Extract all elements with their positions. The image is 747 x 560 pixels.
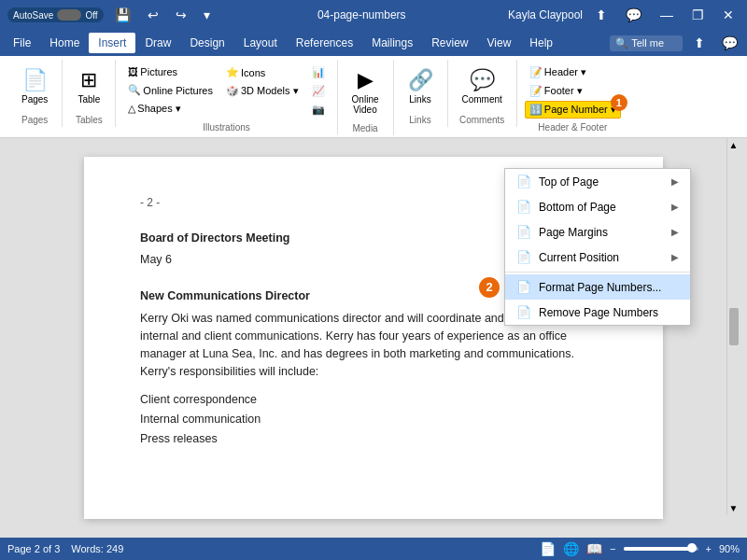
zoom-slider-fill <box>624 547 691 551</box>
ribbon-group-pages: 📄 Pages Pages <box>7 60 63 127</box>
menu-insert[interactable]: Insert <box>89 33 135 53</box>
header-button[interactable]: 📝 Header ▾ <box>525 63 621 81</box>
top-of-page-icon: 📄 <box>516 175 531 189</box>
web-layout-button[interactable]: 🌐 <box>563 541 579 556</box>
share-button[interactable]: ⬆ <box>590 7 613 23</box>
menu-home[interactable]: Home <box>40 33 89 53</box>
pictures-button[interactable]: 🖼 Pictures <box>123 63 218 80</box>
media-group-label: Media <box>352 123 377 135</box>
word-count: Words: 249 <box>71 543 123 554</box>
zoom-slider-thumb[interactable] <box>687 543 697 553</box>
scroll-thumb[interactable] <box>729 308 739 345</box>
menu-layout[interactable]: Layout <box>234 33 287 53</box>
ribbon-group-header-footer: 📝 Header ▾ 📝 Footer ▾ 🔢 Page Number ▾ 1 … <box>517 60 628 134</box>
autosave-state: Off <box>85 10 97 21</box>
minimize-button[interactable]: — <box>655 7 679 23</box>
dropdown-page-margins[interactable]: 📄 Page Margins ▶ <box>505 219 690 245</box>
read-mode-button[interactable]: 📖 <box>586 541 602 556</box>
zoom-plus-button[interactable]: + <box>706 543 712 554</box>
top-of-page-label: Top of Page <box>539 175 599 189</box>
redo-button[interactable]: ↪ <box>170 7 192 23</box>
zoom-minus-button[interactable]: − <box>610 543 615 554</box>
ribbon-share-button[interactable]: ⬆ <box>688 35 711 51</box>
pages-group-label: Pages <box>21 115 48 127</box>
pages-icon: 📄 <box>22 68 48 92</box>
online-pictures-icon: 🔍 <box>128 84 141 96</box>
tables-group-label: Tables <box>76 115 103 127</box>
table-label: Table <box>78 94 100 105</box>
shapes-button[interactable]: △ Shapes ▾ <box>123 100 218 118</box>
doc-list-item-3: Press releases <box>140 430 607 448</box>
print-layout-button[interactable]: 📄 <box>540 541 556 556</box>
format-page-numbers-label: Format Page Numbers... <box>539 281 661 294</box>
comment-button[interactable]: 💬 <box>620 7 647 23</box>
bottom-of-page-label: Bottom of Page <box>539 201 616 214</box>
dropdown-remove-page-numbers[interactable]: 📄 Remove Page Numbers <box>505 300 690 325</box>
menu-bar: File Home Insert Draw Design Layout Refe… <box>0 30 747 56</box>
dropdown-top-of-page[interactable]: 📄 Top of Page ▶ <box>505 169 690 194</box>
online-video-label: OnlineVideo <box>352 94 379 115</box>
table-button[interactable]: ⊞ Table <box>70 63 107 109</box>
title-bar-left: AutoSave Off 💾 ↩ ↪ ▾ <box>7 7 216 23</box>
dropdown-format-page-numbers[interactable]: 📄 Format Page Numbers... 2 <box>505 274 690 300</box>
zoom-slider[interactable] <box>624 547 698 551</box>
menu-help[interactable]: Help <box>520 33 562 53</box>
status-right: 📄 🌐 📖 − + 90% <box>540 541 740 556</box>
menu-mailings[interactable]: Mailings <box>362 33 422 53</box>
menu-draw[interactable]: Draw <box>135 33 180 53</box>
scroll-up-arrow[interactable]: ▲ <box>729 140 739 150</box>
badge-2: 2 <box>479 277 500 298</box>
screenshot-button[interactable]: 📷 <box>307 101 330 119</box>
footer-button[interactable]: 📝 Footer ▾ <box>525 82 621 100</box>
page-number-button[interactable]: 🔢 Page Number ▾ 1 <box>525 101 621 119</box>
page-margins-arrow: ▶ <box>671 227 679 237</box>
menu-view[interactable]: View <box>478 33 521 53</box>
close-button[interactable]: ✕ <box>717 7 740 23</box>
page-margins-icon: 📄 <box>516 225 531 239</box>
dropdown-bottom-of-page[interactable]: 📄 Bottom of Page ▶ <box>505 194 690 219</box>
icons-button[interactable]: ⭐ Icons <box>221 63 303 81</box>
title-bar: AutoSave Off 💾 ↩ ↪ ▾ 04-page-numbers Kay… <box>0 0 747 30</box>
menu-review[interactable]: Review <box>422 33 477 53</box>
menu-references[interactable]: References <box>287 33 362 53</box>
save-button[interactable]: 💾 <box>109 7 136 23</box>
menu-file[interactable]: File <box>4 33 40 53</box>
bottom-of-page-icon: 📄 <box>516 200 531 214</box>
current-position-label: Current Position <box>539 251 619 264</box>
autosave-pill[interactable] <box>57 9 81 21</box>
remove-page-numbers-icon: 📄 <box>516 305 531 319</box>
search-box[interactable]: 🔍 Tell me <box>610 35 683 51</box>
comments-group-label: Comments <box>459 115 504 127</box>
smartart-button[interactable]: 📊 <box>307 63 330 81</box>
page-margins-label: Page Margins <box>539 226 608 239</box>
page-info: Page 2 of 3 <box>7 543 60 554</box>
zoom-level[interactable]: 90% <box>719 543 740 554</box>
chart-button[interactable]: 📈 <box>307 82 330 100</box>
page-number-icon: 🔢 <box>529 104 543 116</box>
customize-button[interactable]: ▾ <box>198 7 216 23</box>
current-position-icon: 📄 <box>516 250 531 264</box>
ribbon-comment-button[interactable]: 💬 <box>716 35 743 51</box>
screenshot-icon: 📷 <box>312 104 325 116</box>
current-position-arrow: ▶ <box>671 252 679 262</box>
autosave-toggle[interactable]: AutoSave Off <box>7 7 104 22</box>
maximize-button[interactable]: ❐ <box>686 7 710 23</box>
links-button[interactable]: 🔗 Links <box>402 63 440 109</box>
comment-insert-button[interactable]: 💬 Comment <box>456 63 509 109</box>
scroll-down-arrow[interactable]: ▼ <box>729 503 739 513</box>
icons-icon: ⭐ <box>226 66 239 78</box>
pictures-icon: 🖼 <box>128 66 138 77</box>
online-video-button[interactable]: ▶ OnlineVideo <box>345 63 386 119</box>
links-group-label: Links <box>409 115 430 127</box>
header-footer-group-label: Header & Footer <box>538 122 607 134</box>
footer-icon: 📝 <box>529 85 543 97</box>
menu-design[interactable]: Design <box>180 33 233 53</box>
dropdown-current-position[interactable]: 📄 Current Position ▶ <box>505 245 690 270</box>
pages-label: Pages <box>21 94 48 105</box>
username: Kayla Claypool <box>508 8 583 21</box>
pages-button[interactable]: 📄 Pages <box>15 63 54 109</box>
online-pictures-button[interactable]: 🔍 Online Pictures <box>123 81 218 99</box>
status-bar: Page 2 of 3 Words: 249 📄 🌐 📖 − + 90% <box>0 538 747 560</box>
undo-button[interactable]: ↩ <box>142 7 164 23</box>
3d-models-button[interactable]: 🎲 3D Models ▾ <box>221 82 303 100</box>
